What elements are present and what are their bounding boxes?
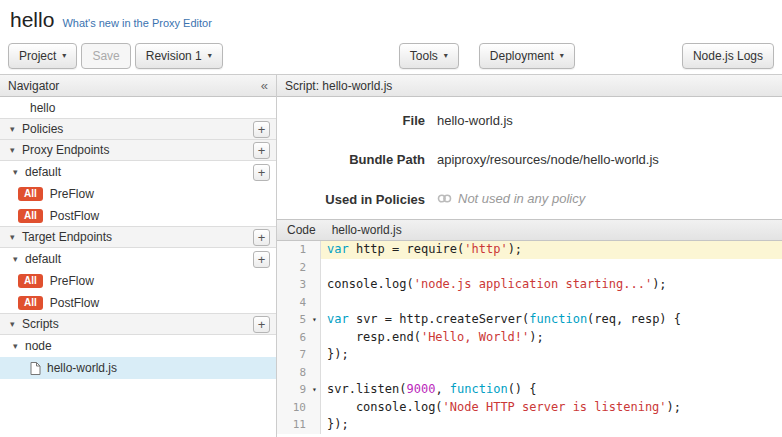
bundle-path-row: Bundle Path apiproxy/resources/node/hell… — [277, 140, 782, 179]
gutter: 4 — [277, 294, 321, 312]
code-line[interactable]: 5▾var svr = http.createServer(function(r… — [277, 311, 782, 329]
triangle-down-icon[interactable]: ▾ — [10, 232, 22, 242]
condition-all-badge: All — [18, 209, 43, 223]
code-line[interactable]: 10 console.log('Node HTTP server is list… — [277, 399, 782, 417]
revision-button-label: Revision 1 — [146, 49, 202, 63]
nav-target-preflow[interactable]: All PreFlow — [0, 270, 276, 292]
triangle-down-icon[interactable]: ▾ — [13, 167, 25, 177]
line-number: 5 — [277, 311, 309, 329]
code-editor[interactable]: 1var http = require('http');2 3console.l… — [277, 241, 782, 437]
code-token: ); — [652, 277, 666, 291]
toolbar: Project ▾ Save Revision 1 ▾ Tools ▾ Depl… — [0, 38, 782, 74]
line-number: 8 — [277, 364, 309, 382]
nav-proxy-endpoint-default[interactable]: ▾ default + — [0, 161, 276, 183]
caret-down-icon: ▾ — [444, 52, 448, 60]
line-number: 1 — [277, 241, 309, 259]
code-line[interactable]: 4 — [277, 294, 782, 312]
nav-target-endpoint-default[interactable]: ▾ default + — [0, 248, 276, 270]
code-text[interactable] — [321, 364, 782, 382]
line-number: 3 — [277, 276, 309, 294]
nav-scripts-node-folder[interactable]: ▾ node — [0, 335, 276, 357]
code-text[interactable]: resp.end('Hello, World!'); — [321, 329, 782, 347]
project-button[interactable]: Project ▾ — [8, 43, 77, 69]
line-number: 6 — [277, 329, 309, 347]
code-line[interactable]: 8 — [277, 364, 782, 382]
file-label: hello-world.js — [47, 361, 117, 375]
code-line[interactable]: 9▾svr.listen(9000, function() { — [277, 381, 782, 399]
code-text[interactable]: svr.listen(9000, function() { — [321, 381, 782, 399]
code-text[interactable]: }); — [321, 416, 782, 434]
nav-proxy-postflow[interactable]: All PostFlow — [0, 205, 276, 227]
triangle-down-icon[interactable]: ▾ — [10, 145, 22, 155]
page-title: hello — [10, 8, 54, 32]
code-text[interactable]: console.log('Node HTTP server is listeni… — [321, 399, 782, 417]
file-value: hello-world.js — [437, 113, 513, 128]
code-line[interactable]: 1var http = require('http'); — [277, 241, 782, 259]
code-token: var — [327, 312, 349, 326]
nav-file-hello-world-js[interactable]: hello-world.js — [0, 357, 276, 379]
nav-target-postflow[interactable]: All PostFlow — [0, 292, 276, 314]
triangle-down-icon[interactable]: ▾ — [10, 124, 22, 134]
code-text[interactable]: var svr = http.createServer(function(req… — [321, 311, 782, 329]
add-target-flow-button[interactable]: + — [253, 251, 270, 268]
code-token: resp.end( — [327, 330, 421, 344]
triangle-down-icon[interactable]: ▾ — [13, 341, 25, 351]
code-line[interactable]: 6 resp.end('Hello, World!'); — [277, 329, 782, 347]
code-text[interactable]: var http = require('http'); — [321, 241, 782, 259]
fold-arrow-icon[interactable]: ▾ — [309, 381, 320, 399]
triangle-down-icon[interactable]: ▾ — [13, 254, 25, 264]
gutter: 6 — [277, 329, 321, 347]
gutter: 1 — [277, 241, 321, 259]
triangle-down-icon[interactable]: ▾ — [10, 319, 22, 329]
code-token: (req, resp) { — [587, 312, 681, 326]
code-text[interactable]: }); — [321, 346, 782, 364]
code-token: svr = http.createServer( — [349, 312, 530, 326]
nav-section-scripts[interactable]: ▾ Scripts + — [0, 313, 276, 335]
add-proxy-flow-button[interactable]: + — [253, 164, 270, 181]
folder-label: node — [25, 339, 52, 353]
code-token: () { — [508, 382, 537, 396]
collapse-panel-icon[interactable]: « — [261, 79, 268, 92]
gutter: 2 — [277, 259, 321, 277]
code-line[interactable]: 11}); — [277, 416, 782, 434]
add-target-endpoint-button[interactable]: + — [253, 229, 270, 246]
code-text[interactable]: console.log('node.js application startin… — [321, 276, 782, 294]
code-text[interactable] — [321, 294, 782, 312]
node-logs-button[interactable]: Node.js Logs — [682, 43, 774, 69]
nav-proxy-preflow[interactable]: All PreFlow — [0, 183, 276, 205]
code-token: http = require( — [349, 242, 465, 256]
code-line[interactable]: 7}); — [277, 346, 782, 364]
code-text[interactable] — [321, 259, 782, 277]
flow-label: PostFlow — [50, 209, 99, 223]
whats-new-link[interactable]: What's new in the Proxy Editor — [62, 17, 211, 29]
add-proxy-endpoint-button[interactable]: + — [253, 142, 270, 159]
script-form: File hello-world.js Bundle Path apiproxy… — [277, 97, 782, 219]
deployment-button[interactable]: Deployment ▾ — [479, 43, 575, 69]
nav-section-policies[interactable]: ▾ Policies + — [0, 118, 276, 140]
nav-section-proxy-endpoints[interactable]: ▾ Proxy Endpoints + — [0, 139, 276, 161]
caret-down-icon: ▾ — [208, 52, 212, 60]
line-number: 2 — [277, 259, 309, 277]
code-token: svr.listen( — [327, 382, 406, 396]
nav-item-proxy-root[interactable]: hello — [0, 97, 276, 119]
code-line[interactable]: 3console.log('node.js application starti… — [277, 276, 782, 294]
gutter: 9▾ — [277, 381, 321, 399]
navigator-header: Navigator « — [0, 75, 276, 97]
code-section-header: Code hello-world.js — [277, 219, 782, 241]
add-script-button[interactable]: + — [253, 316, 270, 333]
file-row: File hello-world.js — [277, 101, 782, 140]
code-token: 'http' — [464, 242, 507, 256]
tools-button[interactable]: Tools ▾ — [399, 43, 459, 69]
add-policy-button[interactable]: + — [253, 121, 270, 138]
save-button[interactable]: Save — [81, 43, 130, 69]
fold-arrow-icon[interactable]: ▾ — [309, 311, 320, 329]
code-tab[interactable]: Code — [287, 223, 316, 237]
nav-section-target-endpoints[interactable]: ▾ Target Endpoints + — [0, 226, 276, 248]
bundle-path-label: Bundle Path — [277, 152, 425, 167]
save-button-label: Save — [92, 49, 119, 63]
line-number: 7 — [277, 346, 309, 364]
revision-button[interactable]: Revision 1 ▾ — [135, 43, 223, 69]
flow-label: PreFlow — [50, 187, 94, 201]
line-number: 9 — [277, 381, 309, 399]
code-line[interactable]: 2 — [277, 259, 782, 277]
